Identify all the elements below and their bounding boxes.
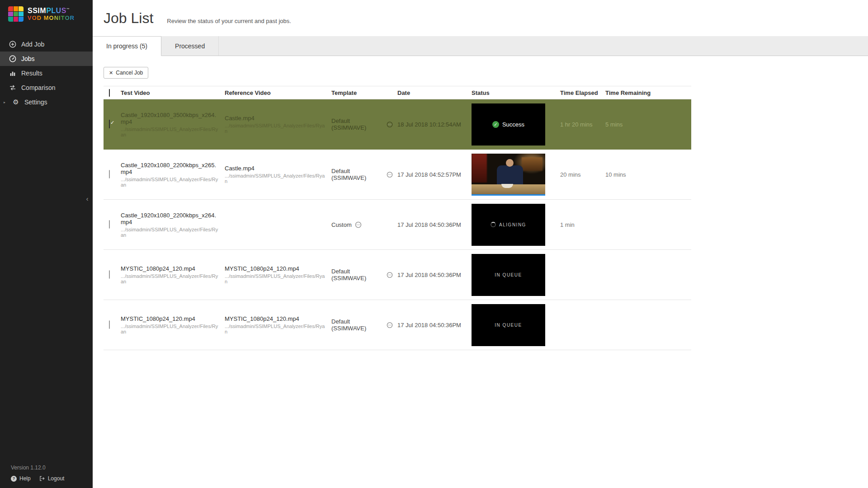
sidebar-item-add-job[interactable]: Add Job: [0, 37, 93, 52]
main-content: Job List Review the status of your curre…: [93, 0, 868, 488]
jobs-gauge-icon: [9, 55, 16, 62]
job-date: 17 Jul 2018 04:52:57PM: [397, 171, 472, 178]
column-header-status: Status: [472, 89, 560, 96]
status-queue-box: IN QUEUE: [472, 304, 545, 346]
column-header-time-remaining: Time Remaining: [605, 89, 691, 96]
table-row[interactable]: MYSTIC_1080p24_120.mp4 .../ssimadmin/SSI…: [104, 250, 691, 300]
compare-arrows-icon: [9, 84, 16, 91]
job-table: Test Video Reference Video Template Date…: [104, 86, 691, 350]
select-all-checkbox[interactable]: [109, 89, 110, 97]
aligning-spinner-icon: [491, 222, 496, 227]
row-checkbox[interactable]: [109, 270, 110, 279]
sidebar-item-settings[interactable]: ▸ ⚙ Settings: [0, 95, 93, 109]
template-info-icon[interactable]: [387, 322, 393, 328]
row-checkbox[interactable]: [109, 120, 110, 128]
page-header: Job List Review the status of your curre…: [93, 0, 868, 36]
template-info-icon[interactable]: [387, 121, 393, 128]
plus-circle-icon: [9, 41, 16, 48]
table-row[interactable]: Castle_1920x1080_2200kbps_x265.mp4 .../s…: [104, 150, 691, 200]
column-header-time-elapsed: Time Elapsed: [560, 89, 605, 96]
version-label: Version 1.12.0: [11, 465, 93, 471]
column-header-date: Date: [397, 89, 472, 96]
logo-text-line2: VOD MONITOR: [28, 15, 75, 21]
sidebar-item-label: Settings: [24, 99, 47, 106]
cancel-x-icon: ✕: [109, 70, 113, 76]
job-date: 17 Jul 2018 04:50:36PM: [397, 322, 472, 328]
sidebar: SSIMPLUS™ VOD MONITOR Add Job Jobs Resul…: [0, 0, 93, 488]
cancel-job-button[interactable]: ✕ Cancel Job: [104, 67, 148, 79]
test-video-path: .../ssimadmin/SSIMPLUS_Analyzer/Files/Ry…: [121, 273, 220, 284]
tab-bar: In progress (5) Processed: [93, 36, 868, 56]
status-success-box: ✓ Success: [472, 103, 545, 145]
job-date: 17 Jul 2018 04:50:36PM: [397, 272, 472, 278]
video-preview-thumbnail[interactable]: [472, 154, 545, 196]
sidebar-item-comparison[interactable]: Comparison: [0, 80, 93, 95]
reference-video-name: Castle.mp4: [225, 115, 327, 122]
sidebar-collapse-chevron-icon[interactable]: ‹: [84, 195, 91, 202]
row-checkbox[interactable]: [109, 320, 110, 329]
sidebar-item-label: Results: [21, 70, 42, 77]
status-label: IN QUEUE: [495, 272, 522, 277]
status-aligning-box: ALIGNING: [472, 204, 545, 246]
row-checkbox[interactable]: [109, 220, 110, 229]
sidebar-item-label: Jobs: [21, 55, 35, 62]
table-row[interactable]: MYSTIC_1080p24_120.mp4 .../ssimadmin/SSI…: [104, 300, 691, 350]
gear-icon: ⚙: [12, 99, 19, 106]
test-video-path: .../ssimadmin/SSIMPLUS_Analyzer/Files/Ry…: [121, 177, 220, 188]
logout-icon: [39, 475, 45, 482]
status-label: IN QUEUE: [495, 323, 522, 328]
template-name: Default (SSIMWAVE): [331, 268, 383, 282]
time-remaining: 5 mins: [605, 121, 691, 128]
success-check-icon: ✓: [492, 121, 499, 128]
trademark-symbol: ™: [66, 7, 70, 10]
help-icon: ?: [11, 476, 17, 482]
row-checkbox[interactable]: [109, 170, 110, 178]
page-subtitle: Review the status of your current and pa…: [167, 18, 291, 24]
reference-video-path: .../ssimadmin/SSIMPLUS_Analyzer/Files/Ry…: [225, 324, 327, 334]
sidebar-item-jobs[interactable]: Jobs: [0, 52, 93, 66]
reference-video-name: MYSTIC_1080p24_120.mp4: [225, 315, 327, 322]
test-video-name: Castle_1920x1080_3500kbps_x264.mp4: [121, 112, 220, 125]
template-name: Custom: [331, 221, 352, 228]
sidebar-item-results[interactable]: Results: [0, 66, 93, 80]
column-header-reference-video: Reference Video: [225, 89, 331, 96]
time-elapsed: 20 mins: [560, 171, 605, 178]
help-button[interactable]: ? Help: [11, 475, 31, 482]
tab-in-progress[interactable]: In progress (5): [93, 36, 161, 56]
table-row[interactable]: Castle_1920x1080_2200kbps_x264.mp4 .../s…: [104, 200, 691, 250]
test-video-path: .../ssimadmin/SSIMPLUS_Analyzer/Files/Ry…: [121, 324, 220, 334]
job-date: 17 Jul 2018 04:50:36PM: [397, 221, 472, 228]
status-label: ALIGNING: [499, 222, 526, 227]
table-header-row: Test Video Reference Video Template Date…: [104, 86, 691, 99]
time-remaining: 10 mins: [605, 171, 691, 178]
logout-button[interactable]: Logout: [39, 475, 65, 482]
test-video-name: MYSTIC_1080p24_120.mp4: [121, 265, 220, 272]
status-queue-box: IN QUEUE: [472, 254, 545, 296]
template-info-icon[interactable]: [387, 171, 393, 178]
logo-icon: [8, 6, 24, 22]
column-header-template: Template: [331, 89, 397, 96]
template-name: Default (SSIMWAVE): [331, 117, 383, 131]
job-date: 18 Jul 2018 10:12:54AM: [397, 121, 472, 128]
template-name: Default (SSIMWAVE): [331, 168, 383, 181]
sidebar-item-label: Add Job: [21, 41, 44, 48]
test-video-name: Castle_1920x1080_2200kbps_x265.mp4: [121, 162, 220, 175]
app-logo: SSIMPLUS™ VOD MONITOR: [0, 0, 93, 29]
template-info-icon[interactable]: [387, 272, 393, 278]
reference-video-path: .../ssimadmin/SSIMPLUS_Analyzer/Files/Ry…: [225, 173, 327, 184]
template-name: Default (SSIMWAVE): [331, 318, 383, 332]
test-video-path: .../ssimadmin/SSIMPLUS_Analyzer/Files/Ry…: [121, 227, 220, 238]
status-label: Success: [502, 121, 524, 128]
sidebar-footer: Version 1.12.0 ? Help Logout: [0, 465, 93, 488]
tab-processed[interactable]: Processed: [161, 36, 219, 56]
page-title: Job List: [104, 10, 153, 27]
logo-text-line1: SSIMPLUS™: [28, 7, 75, 15]
bar-chart-icon: [9, 70, 16, 77]
test-video-path: .../ssimadmin/SSIMPLUS_Analyzer/Files/Ry…: [121, 127, 220, 137]
sidebar-item-label: Comparison: [21, 84, 55, 91]
submenu-caret-icon: ▸: [4, 100, 7, 104]
cancel-job-label: Cancel Job: [116, 70, 143, 76]
table-row[interactable]: Castle_1920x1080_3500kbps_x264.mp4 .../s…: [104, 99, 691, 150]
template-info-icon[interactable]: [355, 221, 362, 228]
column-header-test-video: Test Video: [121, 89, 225, 96]
